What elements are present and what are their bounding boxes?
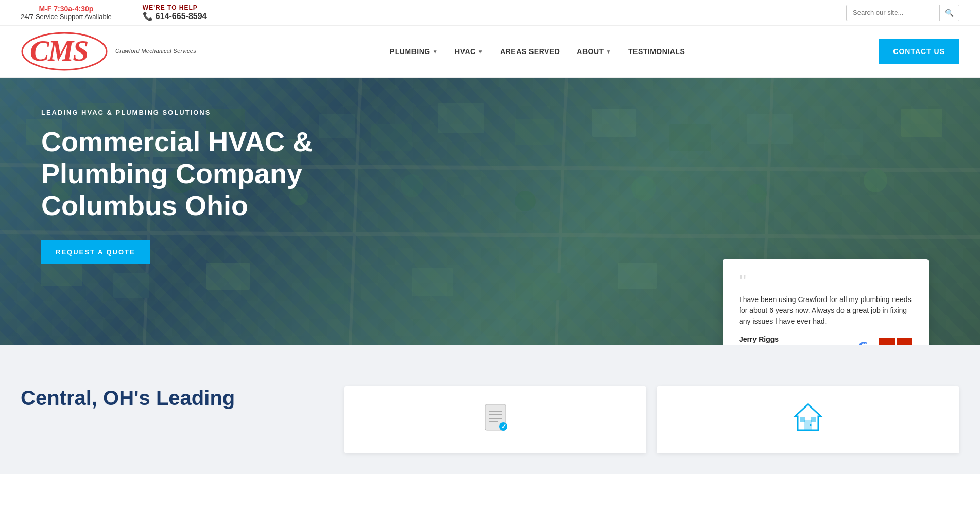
service-card-plumbing[interactable]: ✓ — [344, 386, 647, 453]
top-bar: M-F 7:30a-4:30p 24/7 Service Support Ava… — [0, 0, 980, 26]
logo[interactable]: CMS Crawford Mechanical Services — [21, 31, 196, 72]
bottom-title: Central, OH's Leading — [21, 386, 329, 410]
contact-us-button[interactable]: CONTACT US — [879, 39, 959, 64]
svg-text:G: G — [859, 341, 866, 345]
help-label: WE'RE TO HELP — [143, 4, 207, 11]
hours-subtext: 24/7 Service Support Available — [21, 13, 112, 21]
review-card: " I have been using Crawford for all my … — [723, 259, 929, 345]
svg-rect-52 — [811, 417, 816, 422]
google-icon: G G — [855, 337, 874, 345]
logo-svg: CMS — [21, 31, 113, 72]
request-quote-button[interactable]: REQUEST A QUOTE — [41, 240, 150, 264]
nav-item-plumbing[interactable]: PLUMBING ▼ — [383, 42, 445, 61]
chevron-down-icon: ▼ — [433, 49, 438, 55]
bottom-section: Central, OH's Leading ✓ — [0, 345, 980, 474]
logo-subtitle: Crawford Mechanical Services — [115, 48, 196, 55]
svg-text:CMS: CMS — [30, 35, 88, 67]
nav-item-areas-served[interactable]: AREAS SERVED — [493, 42, 567, 61]
quote-mark: " — [739, 274, 912, 290]
service-card-hvac[interactable] — [657, 386, 959, 453]
search-box[interactable]: 🔍 — [846, 5, 959, 21]
phone-info: WE'RE TO HELP 📞 614-665-8594 — [143, 4, 207, 21]
nav-item-about[interactable]: ABOUT ▼ — [570, 42, 618, 61]
review-footer: Jerry Riggs ★★★★★ G G ‹ › — [739, 335, 912, 345]
search-input[interactable] — [847, 5, 939, 20]
review-nav: ‹ › — [879, 338, 912, 345]
svg-point-53 — [810, 424, 812, 426]
review-prev-button[interactable]: ‹ — [879, 338, 895, 345]
review-author: Jerry Riggs — [739, 335, 785, 343]
google-logo: G G ‹ › — [855, 337, 912, 345]
hvac-icon — [793, 402, 823, 433]
hero-title: Commercial HVAC & Plumbing Company Colum… — [41, 126, 402, 221]
service-cards: ✓ — [344, 386, 959, 453]
hero-section: LEADING HVAC & PLUMBING SOLUTIONS Commer… — [0, 78, 980, 345]
search-button[interactable]: 🔍 — [939, 5, 959, 21]
svg-rect-51 — [800, 417, 805, 422]
review-text: I have been using Crawford for all my pl… — [739, 294, 912, 327]
review-next-button[interactable]: › — [897, 338, 912, 345]
hours-highlight: M-F 7:30a-4:30p — [21, 5, 112, 13]
review-author-section: Jerry Riggs ★★★★★ — [739, 335, 785, 345]
nav-item-hvac[interactable]: HVAC ▼ — [448, 42, 490, 61]
hero-subtitle: LEADING HVAC & PLUMBING SOLUTIONS — [41, 109, 939, 116]
plumbing-icon: ✓ — [480, 402, 511, 433]
nav-item-testimonials[interactable]: TESTIMONIALS — [621, 42, 692, 61]
main-nav: PLUMBING ▼ HVAC ▼ AREAS SERVED ABOUT ▼ T… — [217, 42, 858, 61]
svg-text:✓: ✓ — [501, 423, 506, 430]
header: CMS Crawford Mechanical Services PLUMBIN… — [0, 26, 980, 78]
phone-icon: 📞 — [143, 11, 153, 21]
hours-info: M-F 7:30a-4:30p 24/7 Service Support Ava… — [21, 5, 112, 21]
chevron-down-icon: ▼ — [606, 49, 611, 55]
phone-number: 📞 614-665-8594 — [143, 11, 207, 21]
chevron-down-icon: ▼ — [478, 49, 483, 55]
